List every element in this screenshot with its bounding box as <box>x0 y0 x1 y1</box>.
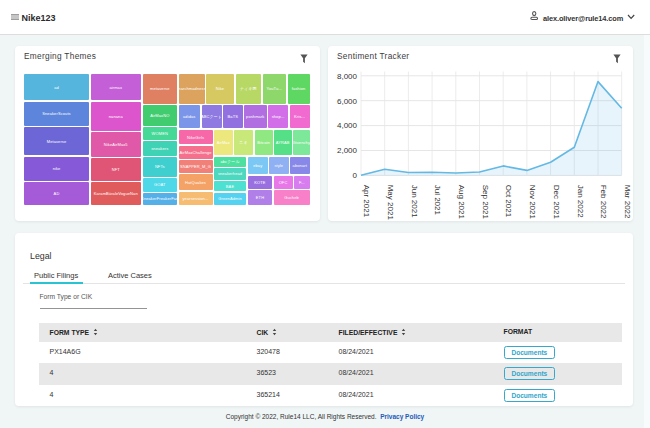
svg-text:Apr 2021: Apr 2021 <box>362 185 371 218</box>
svg-text:Jan 2022: Jan 2022 <box>576 185 585 218</box>
svg-text:Sep 2021: Sep 2021 <box>481 185 490 220</box>
svg-text:Feb 2022: Feb 2022 <box>599 185 608 219</box>
svg-text:Mar 2022: Mar 2022 <box>623 185 632 219</box>
svg-text:0: 0 <box>353 171 358 180</box>
svg-text:May 2021: May 2021 <box>386 185 395 221</box>
svg-text:4,000: 4,000 <box>337 121 358 130</box>
svg-text:Nov 2021: Nov 2021 <box>528 185 537 220</box>
svg-text:Oct 2021: Oct 2021 <box>504 185 513 218</box>
svg-text:Jun 2021: Jun 2021 <box>410 185 419 218</box>
svg-text:8,000: 8,000 <box>337 72 358 81</box>
svg-text:Dec 2021: Dec 2021 <box>552 185 561 220</box>
svg-text:2,000: 2,000 <box>337 146 358 155</box>
svg-text:Jul 2021: Jul 2021 <box>433 185 442 216</box>
svg-text:6,000: 6,000 <box>337 97 358 106</box>
svg-text:Aug 2021: Aug 2021 <box>457 185 466 220</box>
